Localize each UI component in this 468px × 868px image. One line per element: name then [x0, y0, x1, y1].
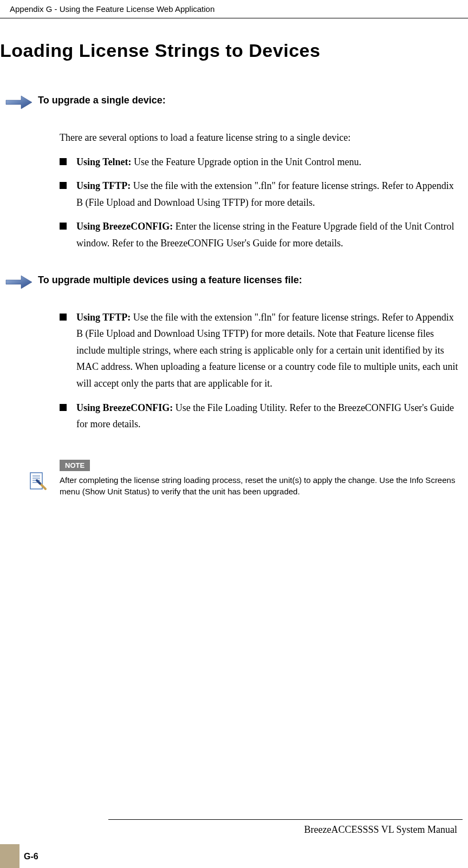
square-bullet-icon: [60, 158, 67, 165]
footer: BreezeACCESSSS VL System Manual G-6: [0, 819, 468, 868]
footer-manual-name: BreezeACCESSSS VL System Manual: [0, 820, 468, 836]
note-text: After completing the license string load…: [60, 474, 463, 497]
svg-marker-1: [6, 276, 32, 289]
svg-marker-0: [6, 96, 32, 109]
note-label: NOTE: [60, 460, 90, 471]
section-heading-multiple: To upgrade multiple devices using a feat…: [38, 273, 302, 286]
section-single-device: To upgrade a single device:: [0, 94, 468, 110]
page-tab-decoration: [0, 844, 20, 868]
page-corner: G-6: [0, 844, 38, 868]
bullet-label: Using TFTP:: [76, 312, 131, 323]
section-heading-single: To upgrade a single device:: [38, 94, 166, 106]
bullet-telnet: Using Telnet: Use the Feature Upgrade op…: [60, 154, 463, 171]
page-title: Loading License Strings to Devices: [0, 40, 468, 61]
bullet-text: Use the file with the extension ".fln" f…: [76, 312, 458, 389]
arrow-icon: [0, 94, 38, 110]
header-appendix: Appendix G - Using the Feature License W…: [0, 0, 468, 18]
square-bullet-icon: [60, 404, 67, 411]
bullet-breezeconfig-single: Using BreezeCONFIG: Enter the license st…: [60, 218, 463, 251]
bullet-label: Using TFTP:: [76, 180, 131, 191]
section-multiple-devices: To upgrade multiple devices using a feat…: [0, 273, 468, 290]
note-block: NOTE After completing the license string…: [60, 460, 468, 497]
note-icon: [27, 471, 49, 492]
bullet-label: Using Telnet:: [76, 156, 132, 167]
section1-intro: There are several options to load a feat…: [60, 129, 463, 146]
bullet-tftp-multi: Using TFTP: Use the file with the extens…: [60, 309, 463, 392]
square-bullet-icon: [60, 223, 67, 230]
bullet-text: Use the Feature Upgrade option in the Un…: [132, 156, 361, 167]
square-bullet-icon: [60, 182, 67, 189]
bullet-label: Using BreezeCONFIG:: [76, 402, 173, 413]
section1-body: There are several options to load a feat…: [60, 129, 468, 252]
bullet-label: Using BreezeCONFIG:: [76, 221, 173, 232]
page-number: G-6: [20, 852, 38, 868]
bullet-tftp-single: Using TFTP: Use the file with the extens…: [60, 178, 463, 211]
section2-body: Using TFTP: Use the file with the extens…: [60, 309, 468, 433]
bullet-text: Use the file with the extension ".fln" f…: [76, 180, 454, 208]
square-bullet-icon: [60, 314, 67, 321]
bullet-breezeconfig-multi: Using BreezeCONFIG: Use the File Loading…: [60, 400, 463, 433]
arrow-icon: [0, 273, 38, 290]
